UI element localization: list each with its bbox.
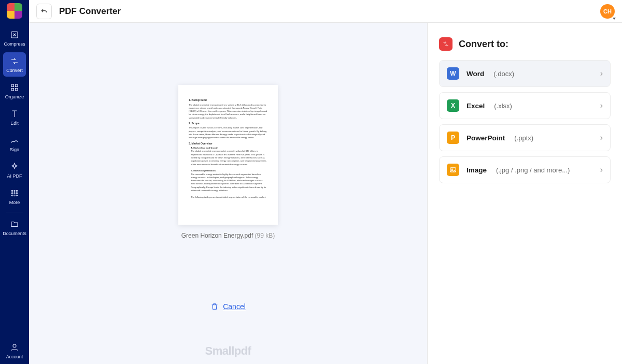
- cancel-label: Cancel: [223, 302, 246, 311]
- page-title: PDF Converter: [59, 6, 121, 17]
- sidebar: Compress Convert Organize Edit Sign AI P…: [0, 0, 29, 364]
- compress-icon: [9, 30, 20, 40]
- sidebar-item-documents[interactable]: Documents: [3, 215, 26, 240]
- convert-icon: [9, 56, 20, 66]
- sidebar-item-label: Edit: [10, 121, 19, 126]
- watermark: Smallpdf: [29, 344, 427, 358]
- back-button[interactable]: [36, 4, 52, 19]
- sidebar-item-organize[interactable]: Organize: [3, 79, 26, 103]
- account-icon: [9, 342, 20, 353]
- svg-point-14: [13, 344, 16, 347]
- sidebar-item-edit[interactable]: Edit: [3, 105, 26, 129]
- sidebar-item-label: Account: [6, 354, 23, 359]
- svg-point-13: [16, 195, 17, 196]
- sign-icon: [9, 135, 20, 145]
- sidebar-item-label: Convert: [6, 68, 23, 73]
- convert-option-image[interactable]: Image (.jpg / .png / and more...) ›: [439, 156, 611, 183]
- option-ext: (.docx): [493, 70, 514, 78]
- svg-point-16: [451, 169, 453, 170]
- sidebar-item-more[interactable]: More: [3, 184, 26, 209]
- sidebar-item-aipdf[interactable]: AI PDF: [3, 158, 26, 182]
- chevron-right-icon: ›: [600, 165, 603, 174]
- svg-point-10: [16, 193, 17, 194]
- option-label: PowerPoint: [466, 134, 505, 142]
- option-label: Image: [466, 166, 487, 174]
- word-icon: W: [447, 67, 459, 80]
- option-ext: (.xlsx): [494, 102, 512, 110]
- convert-option-excel[interactable]: X Excel (.xlsx) ›: [439, 92, 611, 119]
- svg-rect-3: [11, 89, 14, 91]
- cancel-button[interactable]: Cancel: [210, 302, 246, 311]
- panel-title: Convert to:: [459, 39, 508, 50]
- chevron-right-icon: ›: [600, 133, 603, 142]
- option-ext: (.jpg / .png / and more...): [496, 166, 570, 174]
- svg-point-7: [16, 190, 17, 191]
- option-label: Word: [466, 70, 484, 78]
- document-thumbnail[interactable]: 1. Background The global renewable energ…: [178, 85, 278, 225]
- sidebar-item-label: More: [9, 200, 20, 205]
- trash-icon: [210, 302, 219, 311]
- svg-point-11: [11, 195, 12, 196]
- ai-icon: [9, 162, 20, 172]
- excel-icon: X: [447, 99, 459, 112]
- sidebar-item-label: Documents: [3, 231, 26, 236]
- image-icon: [447, 164, 459, 176]
- app-logo[interactable]: [7, 3, 22, 19]
- chevron-right-icon: ›: [600, 69, 603, 78]
- file-size: (99 kB): [255, 232, 275, 239]
- sidebar-item-convert[interactable]: Convert: [3, 52, 26, 77]
- sidebar-item-label: Organize: [5, 94, 24, 99]
- convert-panel-icon: [439, 37, 453, 51]
- powerpoint-icon: P: [447, 132, 459, 144]
- documents-icon: [9, 219, 20, 229]
- sidebar-item-label: AI PDF: [7, 173, 22, 179]
- undo-icon: [40, 7, 48, 16]
- topbar: PDF Converter CH: [29, 0, 622, 23]
- convert-option-powerpoint[interactable]: P PowerPoint (.pptx) ›: [439, 124, 611, 151]
- chevron-right-icon: ›: [600, 101, 603, 110]
- sidebar-item-label: Sign: [10, 147, 19, 152]
- svg-point-6: [14, 190, 15, 191]
- sidebar-item-sign[interactable]: Sign: [3, 132, 26, 156]
- avatar[interactable]: CH: [600, 4, 615, 19]
- file-name: Green Horizon Energy.pdf: [181, 232, 253, 239]
- svg-rect-4: [16, 89, 18, 91]
- edit-icon: [9, 109, 20, 119]
- svg-point-8: [11, 193, 12, 194]
- convert-option-word[interactable]: W Word (.docx) ›: [439, 60, 611, 87]
- sidebar-item-account[interactable]: Account: [3, 339, 26, 363]
- preview-pane: 1. Background The global renewable energ…: [29, 23, 427, 364]
- option-ext: (.pptx): [514, 134, 533, 142]
- organize-icon: [9, 82, 20, 93]
- svg-point-5: [11, 190, 12, 191]
- sidebar-item-label: Compress: [4, 41, 25, 47]
- svg-rect-2: [16, 84, 18, 87]
- file-meta: Green Horizon Energy.pdf (99 kB): [181, 232, 275, 239]
- svg-point-9: [14, 193, 15, 194]
- svg-point-12: [14, 195, 15, 196]
- sidebar-separator: [6, 212, 23, 212]
- option-label: Excel: [466, 102, 485, 110]
- svg-rect-1: [11, 84, 14, 87]
- convert-panel: Convert to: W Word (.docx) › X Excel (.x…: [427, 23, 622, 364]
- sidebar-item-compress[interactable]: Compress: [3, 26, 26, 50]
- more-icon: [9, 188, 20, 198]
